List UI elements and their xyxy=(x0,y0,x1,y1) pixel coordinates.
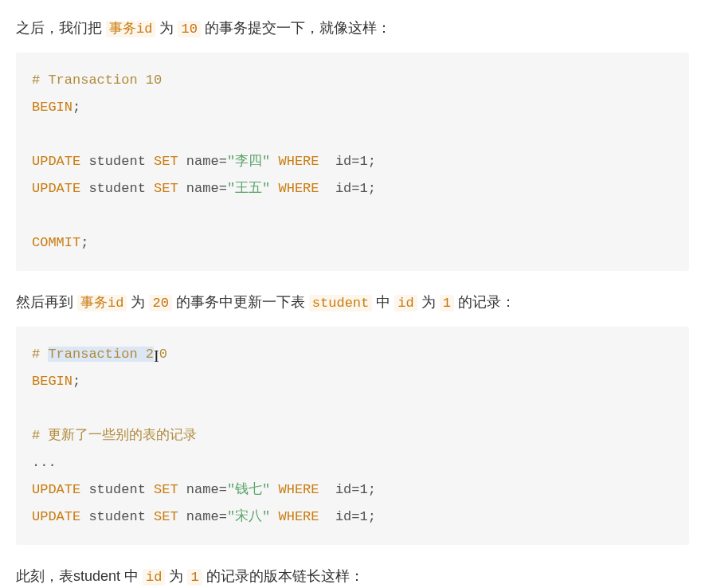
c1-student-2: student xyxy=(80,181,154,196)
c2-set-1: SET xyxy=(154,482,178,497)
c1-id1-1: id=1 xyxy=(319,154,368,169)
p2-id-label: id xyxy=(394,295,417,312)
p3-id-val: 1 xyxy=(187,569,202,586)
c1-comment-hash: # xyxy=(32,73,48,88)
c2-update-2: UPDATE xyxy=(32,509,80,524)
p1-txid-label: 事务id xyxy=(106,21,155,37)
c2-id1-1: id=1 xyxy=(319,482,368,497)
p1-text-prefix: 之后，我们把 xyxy=(16,20,106,36)
c1-where-1: WHERE xyxy=(278,154,319,169)
c1-comment-text: Transaction 10 xyxy=(48,73,162,88)
c2-str-songba: "宋八" xyxy=(227,509,270,524)
c2-semi-1: ; xyxy=(72,374,80,389)
p3-text-prefix: 此刻，表student 中 xyxy=(16,568,143,584)
c2-where-2: WHERE xyxy=(278,509,319,524)
c1-update-1: UPDATE xyxy=(32,154,80,169)
p2-text-mid4: 为 xyxy=(417,294,440,310)
c2-comment2-text: 更新了一些别的表的记录 xyxy=(48,428,197,443)
c2-comment2-hash: # xyxy=(32,428,48,443)
p2-text-mid1: 为 xyxy=(127,294,149,310)
c2-set-2: SET xyxy=(154,509,178,524)
c2-comment-selected: Transaction 2 xyxy=(48,347,154,362)
code-block-1[interactable]: # Transaction 10 BEGIN; UPDATE student S… xyxy=(16,53,689,271)
c2-begin: BEGIN xyxy=(32,374,72,389)
p1-text-mid1: 为 xyxy=(155,20,178,36)
c2-update-1: UPDATE xyxy=(32,482,80,497)
p2-text-suffix: 的记录： xyxy=(454,294,515,310)
c1-semi-2: ; xyxy=(368,154,376,169)
p2-text-mid2: 的事务中更新一下表 xyxy=(172,294,309,310)
c2-semi-2: ; xyxy=(368,482,376,497)
c1-semi-1: ; xyxy=(72,100,80,115)
c1-str-wangwu: "王五" xyxy=(227,181,270,196)
c2-student-1: student xyxy=(80,482,154,497)
c2-where-1: WHERE xyxy=(278,482,319,497)
p2-text-mid3: 中 xyxy=(372,294,394,310)
c2-dots: ... xyxy=(32,455,57,470)
text-cursor-icon: I xyxy=(154,348,159,364)
c1-student-1: student xyxy=(80,154,154,169)
c2-semi-3: ; xyxy=(368,509,376,524)
c2-comment-hash: # xyxy=(32,347,48,362)
c1-set-1: SET xyxy=(154,154,178,169)
c1-begin: BEGIN xyxy=(32,100,72,115)
c1-semi-4: ; xyxy=(80,235,88,250)
p2-id-val: 1 xyxy=(440,295,454,312)
c1-name-eq-1: name= xyxy=(178,154,227,169)
c2-id1-2: id=1 xyxy=(319,509,368,524)
p3-text-mid: 为 xyxy=(165,568,187,584)
c2-str-qianqi: "钱七" xyxy=(227,482,270,497)
p2-text-prefix: 然后再到 xyxy=(16,294,77,310)
c2-name-eq-2: name= xyxy=(178,509,227,524)
p2-txid-label: 事务id xyxy=(77,295,127,312)
p1-text-suffix: 的事务提交一下，就像这样： xyxy=(201,20,391,36)
p2-student: student xyxy=(309,295,372,312)
p3-id-label: id xyxy=(143,569,165,586)
p3-text-suffix: 的记录的版本链长这样： xyxy=(202,568,364,584)
c2-comment-after: 0 xyxy=(159,347,167,362)
c1-update-2: UPDATE xyxy=(32,181,80,196)
c1-name-eq-2: name= xyxy=(178,181,227,196)
paragraph-2: 然后再到 事务id 为 20 的事务中更新一下表 student 中 id 为 … xyxy=(16,290,689,316)
c1-str-lisi: "李四" xyxy=(227,154,270,169)
p2-txid-val: 20 xyxy=(149,295,171,312)
code-block-2[interactable]: # Transaction 2I0 BEGIN; # 更新了一些别的表的记录 .… xyxy=(16,327,689,545)
c1-set-2: SET xyxy=(154,181,178,196)
c1-semi-3: ; xyxy=(368,181,376,196)
p1-txid-val: 10 xyxy=(178,21,200,37)
c1-id1-2: id=1 xyxy=(319,181,368,196)
c1-commit: COMMIT xyxy=(32,235,80,250)
paragraph-3: 此刻，表student 中 id 为 1 的记录的版本链长这样： xyxy=(16,564,689,588)
paragraph-1: 之后，我们把 事务id 为 10 的事务提交一下，就像这样： xyxy=(16,16,689,41)
c2-name-eq-1: name= xyxy=(178,482,227,497)
c1-where-2: WHERE xyxy=(278,181,319,196)
c2-student-2: student xyxy=(80,509,154,524)
